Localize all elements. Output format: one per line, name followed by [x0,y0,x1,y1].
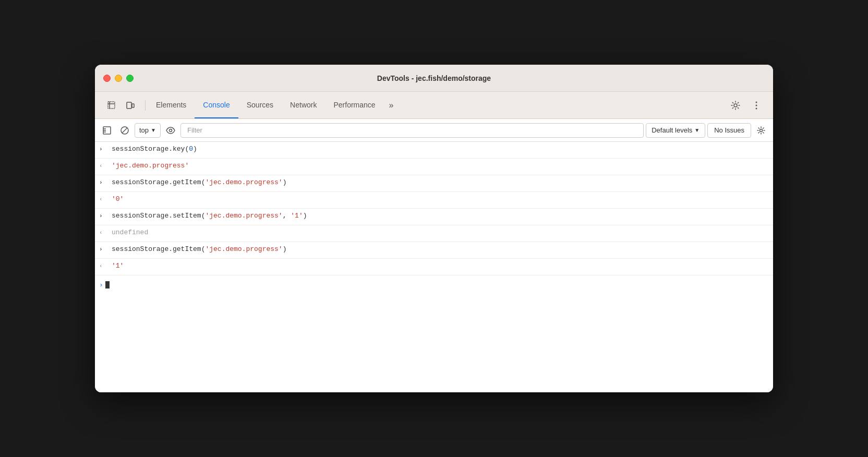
svg-point-16 [760,129,763,131]
default-levels-button[interactable]: Default levels ▼ [646,123,705,138]
tab-performance[interactable]: Performance [325,92,383,118]
no-issues-button[interactable]: No Issues [707,123,751,138]
eye-icon[interactable] [163,123,178,138]
input-arrow-icon: › [99,179,110,186]
console-line: ‹ undefined [95,225,773,242]
console-line: ‹ 'jec.demo.progress' [95,159,773,175]
block-requests-icon[interactable] [117,123,132,138]
context-selector[interactable]: top ▼ [135,123,161,138]
tab-console[interactable]: Console [195,92,238,118]
tab-icon-group [99,97,143,114]
console-line: ‹ '0' [95,192,773,209]
input-arrow-icon: › [99,146,110,152]
prompt-arrow-icon: › [99,281,103,289]
minimize-button[interactable] [115,75,122,82]
settings-icon[interactable] [727,97,744,114]
console-line: › sessionStorage.getItem('jec.demo.progr… [95,242,773,259]
devtools-tab-bar: Elements Console Sources Network Perform… [95,92,773,119]
tab-network[interactable]: Network [282,92,325,118]
devtools-window: DevTools - jec.fish/demo/storage Ele [95,65,773,392]
console-line: › sessionStorage.key(0) [95,142,773,159]
levels-dropdown-arrow-icon: ▼ [694,127,700,133]
svg-rect-3 [127,102,131,109]
svg-rect-4 [132,104,134,107]
input-arrow-icon: › [99,246,110,252]
console-prompt[interactable]: › [95,275,773,294]
svg-point-8 [756,107,757,109]
svg-rect-0 [108,102,115,109]
console-line: › sessionStorage.getItem('jec.demo.progr… [95,175,773,192]
input-arrow-icon: › [99,213,110,219]
context-label: top [139,126,149,134]
maximize-button[interactable] [126,75,134,82]
inspect-element-icon[interactable] [103,97,120,114]
window-title: DevTools - jec.fish/demo/storage [377,74,491,82]
clear-console-icon[interactable] [99,123,115,138]
dropdown-arrow-icon: ▼ [151,127,156,133]
console-settings-icon[interactable] [753,123,769,138]
tab-elements[interactable]: Elements [148,92,195,118]
output-arrow-icon: ‹ [99,163,110,169]
tab-sources[interactable]: Sources [238,92,282,118]
svg-line-14 [122,128,127,133]
output-arrow-icon: ‹ [99,263,110,269]
tabs-list: Elements Console Sources Network Perform… [148,92,727,118]
tab-more-button[interactable]: » [384,92,399,118]
filter-input[interactable] [180,123,644,138]
tab-settings-group [727,97,769,114]
svg-point-6 [756,101,757,103]
output-arrow-icon: ‹ [99,230,110,236]
tab-separator [145,100,146,111]
console-output: › sessionStorage.key(0) ‹ 'jec.demo.prog… [95,142,773,392]
more-options-icon[interactable] [748,97,765,114]
close-button[interactable] [103,75,111,82]
console-line: ‹ '1' [95,259,773,275]
title-bar: DevTools - jec.fish/demo/storage [95,65,773,92]
console-toolbar: top ▼ Default levels ▼ No Issues [95,119,773,142]
svg-point-7 [756,104,757,106]
svg-point-15 [169,129,172,131]
cursor [105,281,110,288]
output-arrow-icon: ‹ [99,196,110,202]
device-toolbar-icon[interactable] [122,97,139,114]
svg-point-5 [734,104,737,107]
console-line: › sessionStorage.setItem('jec.demo.progr… [95,209,773,225]
traffic-lights [103,75,134,82]
